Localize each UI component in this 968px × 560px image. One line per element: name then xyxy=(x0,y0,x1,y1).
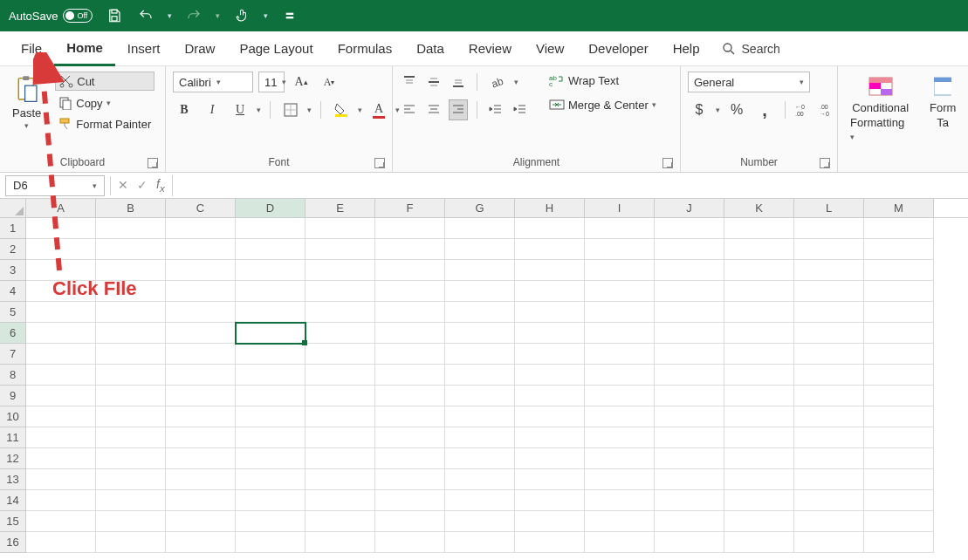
select-all-corner[interactable] xyxy=(0,199,26,217)
cell-C8[interactable] xyxy=(166,365,236,386)
cell-F14[interactable] xyxy=(375,490,445,511)
cell-A1[interactable] xyxy=(26,218,96,239)
cell-M13[interactable] xyxy=(864,469,934,490)
cell-G6[interactable] xyxy=(445,323,515,344)
cell-B7[interactable] xyxy=(96,344,166,365)
cell-K8[interactable] xyxy=(724,365,794,386)
row-header-2[interactable]: 2 xyxy=(0,239,26,260)
touch-dropdown-icon[interactable]: ▾ xyxy=(264,11,268,20)
column-header-A[interactable]: A xyxy=(26,199,96,217)
cell-G11[interactable] xyxy=(445,427,515,448)
cell-M7[interactable] xyxy=(864,344,934,365)
cell-L10[interactable] xyxy=(794,406,864,427)
alignment-dialog-launcher[interactable] xyxy=(662,158,673,168)
cell-K7[interactable] xyxy=(724,344,794,365)
cell-E5[interactable] xyxy=(306,302,375,323)
cell-A16[interactable] xyxy=(26,532,96,553)
decrease-indent-icon[interactable] xyxy=(486,99,505,120)
accounting-format-icon[interactable]: $ xyxy=(688,99,711,120)
cell-A6[interactable] xyxy=(26,323,96,344)
cell-C16[interactable] xyxy=(166,532,236,553)
fx-icon[interactable]: fx xyxy=(156,177,165,194)
cell-D3[interactable] xyxy=(236,260,306,281)
cell-C10[interactable] xyxy=(166,406,236,427)
row-header-15[interactable]: 15 xyxy=(0,511,26,532)
autosave-toggle[interactable]: AutoSave Off xyxy=(9,9,93,23)
cell-E15[interactable] xyxy=(306,511,375,532)
cell-F2[interactable] xyxy=(375,239,445,260)
cell-J8[interactable] xyxy=(655,365,724,386)
cell-D1[interactable] xyxy=(236,218,306,239)
format-painter-button[interactable]: Format Painter xyxy=(55,115,154,133)
save-icon[interactable] xyxy=(105,6,124,25)
redo-icon[interactable] xyxy=(184,6,203,25)
cell-M3[interactable] xyxy=(864,260,934,281)
tab-data[interactable]: Data xyxy=(404,31,457,66)
align-center-icon[interactable] xyxy=(424,99,443,120)
bold-button[interactable]: B xyxy=(173,99,196,120)
cell-J14[interactable] xyxy=(655,490,724,511)
cell-H12[interactable] xyxy=(515,448,585,469)
cell-K14[interactable] xyxy=(724,490,794,511)
undo-dropdown-icon[interactable]: ▾ xyxy=(168,11,172,20)
cell-D10[interactable] xyxy=(236,406,306,427)
cell-C9[interactable] xyxy=(166,386,236,406)
orientation-icon[interactable]: ab xyxy=(486,72,509,92)
cell-I7[interactable] xyxy=(585,344,655,365)
cell-E7[interactable] xyxy=(306,344,375,365)
align-middle-icon[interactable] xyxy=(424,72,443,92)
column-header-F[interactable]: F xyxy=(375,199,445,217)
cell-C13[interactable] xyxy=(166,469,236,490)
cell-H3[interactable] xyxy=(515,260,585,281)
cell-L13[interactable] xyxy=(794,469,864,490)
column-header-G[interactable]: G xyxy=(445,199,515,217)
decrease-decimal-icon[interactable]: .00→0 xyxy=(819,99,838,120)
cell-L8[interactable] xyxy=(794,365,864,386)
cell-F15[interactable] xyxy=(375,511,445,532)
cell-M8[interactable] xyxy=(864,365,934,386)
merge-center-dropdown-icon[interactable]: ▾ xyxy=(652,100,656,109)
cell-H11[interactable] xyxy=(515,427,585,448)
comma-format-icon[interactable]: , xyxy=(753,99,776,120)
cell-I15[interactable] xyxy=(585,511,655,532)
cell-L16[interactable] xyxy=(794,532,864,553)
row-header-8[interactable]: 8 xyxy=(0,365,26,386)
cell-M10[interactable] xyxy=(864,406,934,427)
cell-M11[interactable] xyxy=(864,427,934,448)
cell-D16[interactable] xyxy=(236,532,306,553)
cell-H7[interactable] xyxy=(515,344,585,365)
cell-E4[interactable] xyxy=(306,281,375,302)
cell-D5[interactable] xyxy=(236,302,306,323)
increase-decimal-icon[interactable]: ←0.00 xyxy=(794,99,814,120)
cell-F13[interactable] xyxy=(375,469,445,490)
row-header-9[interactable]: 9 xyxy=(0,386,26,406)
font-color-button[interactable]: A xyxy=(367,99,390,120)
cell-D11[interactable] xyxy=(236,427,306,448)
cell-F3[interactable] xyxy=(375,260,445,281)
cell-A5[interactable] xyxy=(26,302,96,323)
tab-file[interactable]: File xyxy=(9,31,54,66)
undo-icon[interactable] xyxy=(136,6,155,25)
cell-F10[interactable] xyxy=(375,406,445,427)
cell-G10[interactable] xyxy=(445,406,515,427)
format-as-table-button[interactable]: Form Ta xyxy=(924,72,961,133)
cell-F8[interactable] xyxy=(375,365,445,386)
cell-E13[interactable] xyxy=(306,469,375,490)
cell-H16[interactable] xyxy=(515,532,585,553)
cell-L6[interactable] xyxy=(794,323,864,344)
cell-M12[interactable] xyxy=(864,448,934,469)
cell-B2[interactable] xyxy=(96,239,166,260)
increase-indent-icon[interactable] xyxy=(511,99,530,120)
column-header-I[interactable]: I xyxy=(585,199,655,217)
cell-C14[interactable] xyxy=(166,490,236,511)
cell-B13[interactable] xyxy=(96,469,166,490)
tab-formulas[interactable]: Formulas xyxy=(326,31,405,66)
cell-A15[interactable] xyxy=(26,511,96,532)
cell-A10[interactable] xyxy=(26,406,96,427)
cell-C12[interactable] xyxy=(166,448,236,469)
enter-formula-icon[interactable]: ✓ xyxy=(137,178,148,192)
paste-button[interactable]: Paste ▾ xyxy=(7,72,46,133)
cell-B8[interactable] xyxy=(96,365,166,386)
cell-G14[interactable] xyxy=(445,490,515,511)
cell-L15[interactable] xyxy=(794,511,864,532)
